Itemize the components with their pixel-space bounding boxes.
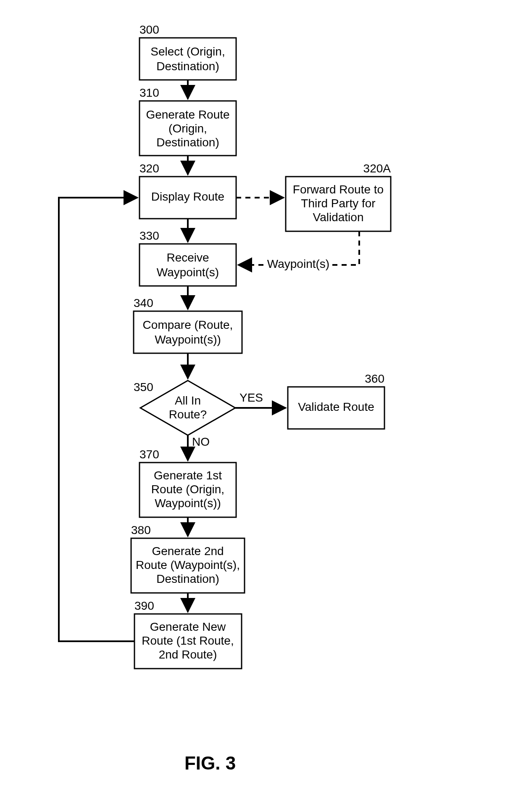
ref-310: 310: [139, 86, 159, 99]
box-370-line1: Generate 1st: [154, 469, 222, 482]
box-310-line2: (Origin,: [168, 122, 207, 135]
box-300-line1: Select (Origin,: [150, 45, 225, 58]
box-380-line3: Destination): [156, 572, 219, 585]
edge-yes-label: YES: [239, 391, 263, 404]
box-310-line1: Generate Route: [146, 108, 229, 121]
figure-caption: FIG. 3: [184, 753, 236, 773]
box-320a-line3: Validation: [313, 211, 364, 224]
box-330-line1: Receive: [166, 251, 209, 264]
box-340-line2: Waypoint(s)): [155, 333, 221, 346]
decision-350-line1: All In: [175, 394, 201, 407]
ref-340: 340: [134, 296, 153, 309]
box-340: [134, 311, 242, 353]
box-370-line3: Waypoint(s)): [155, 497, 221, 510]
box-370-line2: Route (Origin,: [151, 483, 224, 496]
ref-350: 350: [134, 381, 153, 394]
decision-350-line2: Route?: [169, 408, 207, 421]
box-390-line2: Route (1st Route,: [142, 634, 234, 647]
ref-380: 380: [131, 524, 151, 537]
box-380-line1: Generate 2nd: [152, 545, 224, 558]
edge-waypoints-label: Waypoint(s): [267, 257, 329, 270]
box-320a-line1: Forward Route to: [293, 183, 384, 196]
box-360-line1: Validate Route: [298, 400, 374, 413]
box-340-line1: Compare (Route,: [143, 318, 233, 331]
box-310-line3: Destination): [156, 136, 219, 149]
box-300: [139, 38, 236, 80]
box-300-line2: Destination): [156, 60, 219, 73]
ref-360: 360: [365, 372, 384, 385]
ref-320: 320: [139, 162, 159, 175]
box-320-line1: Display Route: [151, 190, 224, 203]
ref-390: 390: [134, 599, 154, 612]
ref-330: 330: [139, 229, 159, 242]
flowchart-diagram: 300 Select (Origin, Destination) 310 Gen…: [0, 0, 521, 812]
box-330: [139, 244, 236, 286]
ref-370: 370: [139, 448, 159, 461]
box-330-line2: Waypoint(s): [157, 266, 219, 279]
edge-no-label: NO: [192, 435, 210, 448]
ref-320a: 320A: [363, 162, 391, 175]
box-380-line2: Route (Waypoint(s),: [136, 558, 240, 571]
box-390-line3: 2nd Route): [159, 648, 217, 661]
box-390-line1: Generate New: [150, 620, 226, 633]
arrow-390-320-loop: [59, 198, 137, 641]
ref-300: 300: [139, 23, 159, 36]
box-320a-line2: Third Party for: [301, 197, 375, 210]
